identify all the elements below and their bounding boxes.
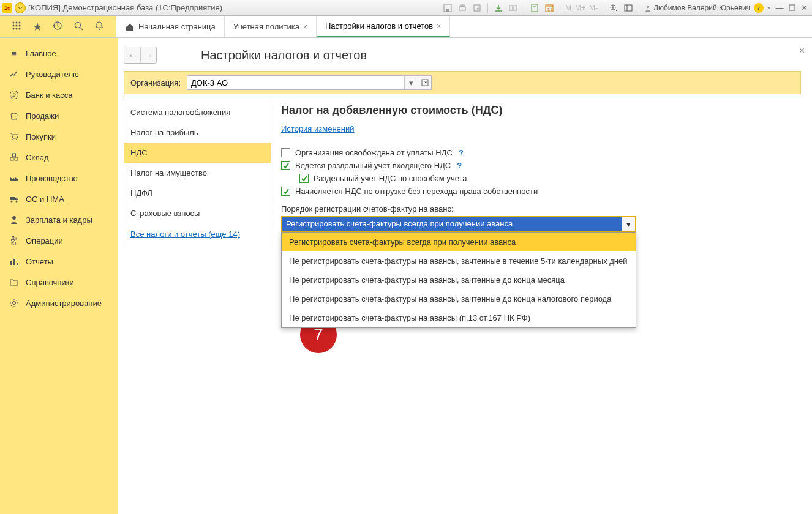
sidebar-item-label: Администрирование [26,299,102,308]
snav-tax-system[interactable]: Система налогообложения [124,102,271,122]
apps-icon[interactable] [12,21,21,32]
history-link[interactable]: История изменений [281,124,355,133]
svg-point-48 [13,302,16,305]
tab-accounting-policy[interactable]: Учетная политика × [225,16,317,37]
help-icon[interactable]: ? [457,161,462,170]
m-minus-button[interactable]: M- [589,4,598,12]
info-icon[interactable]: i [754,3,764,13]
snav-insurance[interactable]: Страховые взносы [124,203,271,223]
sidebar-item-warehouse[interactable]: Склад [0,147,118,168]
org-label: Организация: [130,78,181,88]
snav-ndfl[interactable]: НДФЛ [124,183,271,203]
sidebar-item-sales[interactable]: Продажи [0,105,118,126]
star-icon[interactable]: ★ [32,20,42,34]
tab-close-icon[interactable]: × [303,23,307,31]
main-menu-dropdown[interactable] [15,2,26,13]
checkbox-exempt[interactable] [281,148,290,157]
dropdown-option[interactable]: Не регистрировать счета-фактуры на аванс… [282,289,636,308]
back-button[interactable]: ← [124,47,140,63]
help-icon[interactable]: ? [459,148,464,157]
sidebar-item-production[interactable]: Производство [0,168,118,188]
svg-point-26 [18,25,20,27]
bar-chart-icon [9,256,20,267]
calendar-icon[interactable]: 31 [544,2,555,13]
field-label: Порядок регистрации счетов-фактур на ава… [281,204,801,214]
user-label[interactable]: Любимов Валерий Юрьевич [644,4,750,12]
app-logo-icon: 1c [2,3,12,13]
search-icon[interactable] [73,21,83,32]
tab-label: Настройки налогов и отчетов [325,21,433,31]
sidebar-item-manager[interactable]: Руководителю [0,64,118,84]
advance-invoice-select[interactable]: Регистрировать счета-фактуры всегда при … [281,216,636,232]
forward-button[interactable]: → [140,47,156,63]
preview-icon[interactable] [472,2,483,13]
org-select[interactable]: ▾ [187,75,432,90]
select-value: Регистрировать счета-фактуры всегда при … [282,217,622,231]
tab-row: ★ Начальная страница Учетная политика × … [0,16,812,38]
svg-rect-39 [15,157,18,160]
window-title: [КОПИЯ] Демонстрационная база (1С:Предпр… [28,3,222,12]
history-icon[interactable] [53,21,62,32]
compare-icon[interactable] [508,2,519,13]
svg-point-27 [12,28,14,30]
info-dropdown-icon[interactable]: ▾ [767,4,770,11]
dropdown-option[interactable]: Не регистрировать счета-фактуры на аванс… [282,308,636,327]
user-name: Любимов Валерий Юрьевич [653,4,750,12]
snav-property-tax[interactable]: Налог на имущество [124,163,271,183]
m-plus-button[interactable]: M+ [575,4,585,12]
snav-all-link[interactable]: Все налоги и отчеты (еще 14) [130,229,240,239]
sidebar-item-catalog[interactable]: Справочники [0,272,118,292]
print-icon[interactable] [457,2,468,13]
sidebar-item-reports[interactable]: Отчеты [0,251,118,272]
panel-icon[interactable] [623,2,634,13]
sidebar-item-assets[interactable]: ОС и НМА [0,188,118,209]
svg-point-31 [75,23,81,28]
sidebar-item-purchase[interactable]: Покупки [0,126,118,147]
calculator-icon[interactable] [529,2,540,13]
person-icon [9,214,20,225]
page-close-icon[interactable]: × [799,45,805,56]
tab-home[interactable]: Начальная страница [116,16,225,37]
sidebar-item-salary[interactable]: Зарплата и кадры [0,209,118,230]
sidebar-item-label: Банк и касса [26,91,73,100]
snav-nds[interactable]: НДС [124,143,271,163]
separator [524,3,524,13]
bell-icon[interactable] [94,21,104,32]
svg-rect-8 [532,4,538,12]
home-icon [125,22,135,32]
checkbox-label: Ведется раздельный учет входящего НДС [295,161,451,170]
org-open-icon[interactable] [418,76,431,89]
svg-rect-20 [789,5,795,10]
sidebar-item-admin[interactable]: Администрирование [0,292,118,313]
snav-profit-tax[interactable]: Налог на прибыль [124,122,271,143]
tab-tax-settings[interactable]: Настройки налогов и отчетов × [317,16,450,37]
chevron-down-icon[interactable]: ▾ [622,217,635,231]
download-icon[interactable] [493,2,504,13]
sidebar-item-main[interactable]: ≡Главное [0,43,118,64]
dropdown-option[interactable]: Не регистрировать счета-фактуры на аванс… [282,270,636,289]
m-button[interactable]: M [565,4,571,12]
content: × ← → Настройки налогов и отчетов Органи… [118,38,812,514]
minimize-button[interactable]: — [774,4,785,12]
sidebar-item-label: Склад [26,153,49,162]
svg-point-24 [12,25,14,27]
checkbox-separate-method[interactable] [299,174,309,183]
dropdown-option[interactable]: Регистрировать счета-фактуры всегда при … [282,233,636,251]
save-icon[interactable] [442,2,453,13]
svg-point-43 [16,201,18,203]
org-dropdown-icon[interactable]: ▾ [404,76,418,89]
close-window-button[interactable]: ✕ [799,4,810,12]
sidebar-item-bank[interactable]: ₽Банк и касса [0,84,118,105]
maximize-button[interactable] [786,4,797,12]
svg-point-37 [16,139,17,140]
dropdown-option[interactable]: Не регистрировать счета-фактуры на аванс… [282,251,636,270]
checkbox-shipment[interactable] [281,187,290,196]
checkbox-separate[interactable] [281,161,290,170]
zoom-icon[interactable] [608,2,619,13]
tab-close-icon[interactable]: × [437,22,441,31]
org-input[interactable] [187,76,404,89]
gear-icon [9,297,20,308]
folder-icon [9,277,20,288]
svg-point-29 [18,28,20,30]
sidebar-item-operations[interactable]: ДтКтОперации [0,230,118,251]
